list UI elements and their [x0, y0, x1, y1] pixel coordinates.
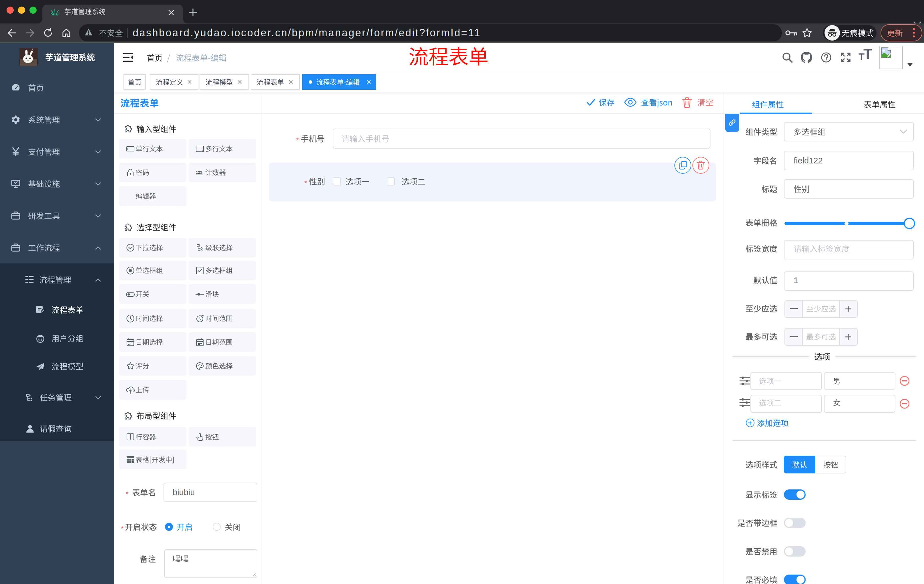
svg-text:123: 123 — [196, 170, 202, 174]
